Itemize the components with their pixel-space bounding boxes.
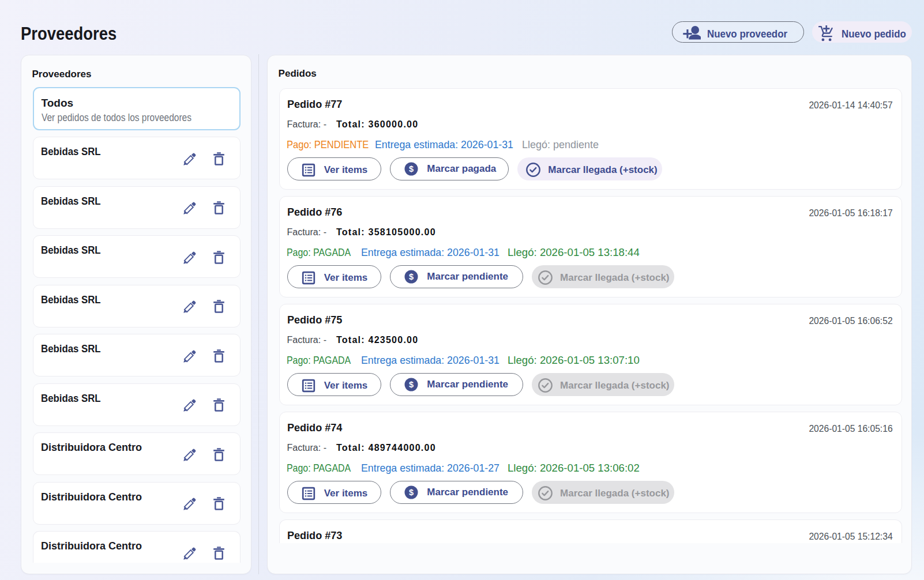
svg-text:$: $	[409, 273, 414, 282]
svg-text:$: $	[409, 381, 414, 390]
svg-text:$: $	[409, 488, 414, 498]
svg-text:$: $	[409, 165, 414, 174]
